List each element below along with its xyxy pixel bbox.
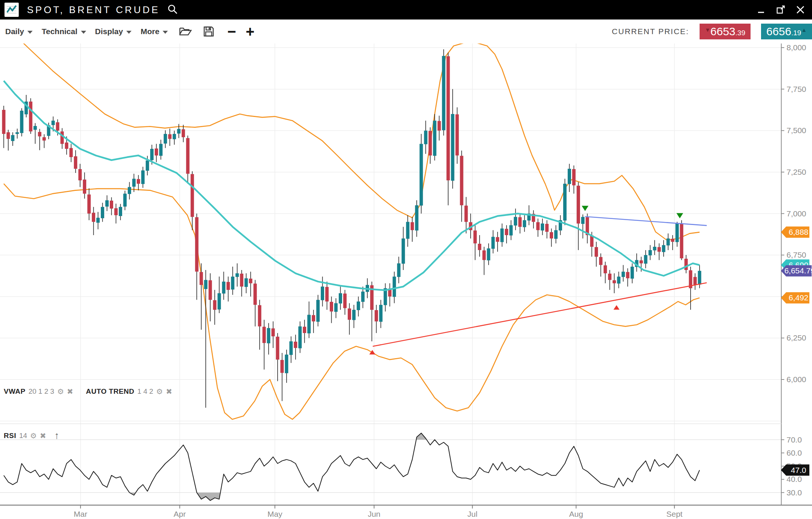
svg-text:Apr: Apr	[173, 510, 186, 518]
rsi-settings-gear-icon[interactable]: ⚙	[30, 431, 37, 440]
month-axis-labels: MarAprMayJunJulAugSept	[74, 505, 683, 518]
menu-technical[interactable]: Technical	[42, 27, 86, 36]
swing-low-marker-icon	[613, 305, 619, 310]
ask-price-badge: 6656.19▲	[761, 24, 812, 39]
svg-text:8,000: 8,000	[787, 43, 806, 52]
auto-trend-settings-gear-icon[interactable]: ⚙	[156, 387, 163, 396]
candlesticks	[2, 49, 701, 408]
month-gridlines	[81, 34, 674, 505]
open-folder-icon[interactable]	[179, 26, 192, 37]
svg-text:30.0: 30.0	[787, 488, 802, 497]
svg-text:Sept: Sept	[666, 510, 682, 518]
ask-price-dec: .19	[791, 29, 801, 37]
overlay-indicator-labels: VWAP 20 1 2 3 ⚙ ✖ AUTO TREND 1 4 2 ⚙ ✖	[4, 387, 182, 396]
current-price-label: CURRENT PRICE:	[612, 27, 689, 36]
chevron-down-icon	[81, 31, 86, 34]
search-icon[interactable]	[167, 3, 178, 16]
line-chart-app-icon	[4, 3, 19, 17]
menu-display[interactable]: Display	[95, 27, 132, 36]
svg-text:60.0: 60.0	[787, 448, 802, 457]
toolbar: DailyTechnicalDisplayMore − + CURRENT PR…	[0, 20, 812, 44]
svg-text:Jun: Jun	[368, 510, 380, 518]
bollinger-lower-price-tag: 6,492	[781, 292, 809, 303]
menu-more[interactable]: More	[141, 27, 168, 36]
title-bar: SPOT, BRENT CRUDE	[0, 0, 812, 20]
current-price-tag: 6,654.79	[781, 265, 812, 276]
svg-text:6,750: 6,750	[787, 250, 806, 259]
swing-high-marker-icon	[676, 213, 683, 218]
price-axis-labels: 8,0007,7507,5007,2507,0006,7506,5006,250…	[781, 43, 806, 384]
swing-high-marker-icon	[582, 206, 588, 211]
bollinger-lower-band	[4, 184, 700, 419]
chevron-down-icon	[163, 31, 168, 34]
window-title: SPOT, BRENT CRUDE	[27, 4, 160, 16]
bollinger-upper-price-tag: 6,888	[781, 226, 809, 238]
rsi-params: 14	[19, 432, 27, 440]
vwap-settings-gear-icon[interactable]: ⚙	[57, 387, 64, 396]
chevron-down-icon	[27, 31, 33, 34]
price-down-arrow-icon: ▼	[705, 27, 710, 33]
rsi-indicator-labels: RSI 14 ⚙ ✖ ↑	[4, 430, 69, 441]
svg-text:6,000: 6,000	[787, 375, 806, 384]
rsi-remove-icon[interactable]: ✖	[40, 431, 46, 440]
svg-text:7,500: 7,500	[787, 126, 806, 135]
toolbar-menus: DailyTechnicalDisplayMore	[0, 27, 168, 36]
vwap-remove-icon[interactable]: ✖	[67, 387, 73, 396]
price-up-arrow-icon: ▲	[801, 27, 807, 33]
svg-text:Jul: Jul	[467, 510, 477, 518]
bid-price-int: 6653	[710, 24, 736, 39]
svg-text:7,750: 7,750	[787, 85, 806, 93]
svg-text:6,888: 6,888	[789, 228, 809, 236]
chevron-down-icon	[126, 31, 132, 34]
popout-icon[interactable]	[776, 5, 786, 15]
price-chart[interactable]: 8,0007,7507,5007,2507,0006,7506,5006,250…	[0, 0, 812, 519]
vwap-label: VWAP	[4, 387, 25, 396]
auto-trend-label: AUTO TREND	[86, 387, 134, 396]
ask-price-int: 6656	[766, 24, 791, 39]
rsi-move-up-icon[interactable]: ↑	[54, 430, 59, 441]
save-icon[interactable]	[203, 26, 214, 37]
rsi-line	[4, 433, 700, 501]
auto-trend-params: 1 4 2	[138, 387, 153, 396]
svg-text:6,654.79: 6,654.79	[784, 266, 812, 275]
svg-text:Mar: Mar	[74, 510, 87, 518]
close-icon[interactable]	[796, 5, 805, 15]
rsi-label: RSI	[4, 432, 16, 440]
price-gridlines	[0, 48, 781, 421]
auto-trend-resistance-line[interactable]	[585, 216, 707, 225]
svg-text:Aug: Aug	[569, 510, 583, 518]
swing-low-marker-icon	[369, 350, 375, 354]
bid-price-badge: ▼6653.39	[700, 24, 751, 39]
vwap-params: 20 1 2 3	[28, 387, 54, 396]
zoom-out-icon[interactable]: −	[227, 28, 236, 35]
menu-daily[interactable]: Daily	[5, 27, 33, 36]
svg-text:6,250: 6,250	[787, 333, 806, 342]
svg-text:7,250: 7,250	[787, 168, 806, 176]
svg-text:70.0: 70.0	[787, 435, 802, 444]
vwap-line	[4, 81, 700, 290]
svg-text:40.0: 40.0	[787, 475, 802, 483]
rsi-current-tag: 47.0	[781, 465, 809, 476]
svg-text:7,000: 7,000	[787, 209, 806, 218]
svg-text:47.0: 47.0	[791, 466, 806, 474]
trading-app-window: { "window": { "title": "SPOT, BRENT CRUD…	[0, 0, 812, 519]
svg-text:May: May	[268, 510, 283, 518]
bid-price-dec: .39	[736, 29, 745, 37]
zoom-in-icon[interactable]: +	[246, 28, 254, 35]
auto-trend-remove-icon[interactable]: ✖	[166, 387, 172, 396]
svg-text:6,492: 6,492	[789, 293, 809, 302]
minimize-icon[interactable]	[757, 5, 766, 15]
